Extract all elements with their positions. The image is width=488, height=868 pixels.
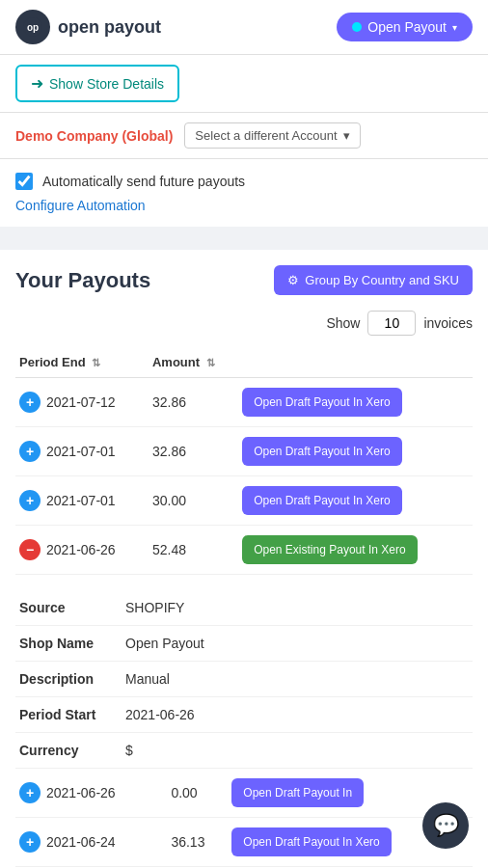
- sort-amount-icon: ⇅: [206, 357, 215, 368]
- detail-row: Description Manual: [15, 662, 473, 697]
- open-payout-button[interactable]: Open Payout ▾: [337, 13, 473, 41]
- detail-value: 2021-06-26: [125, 707, 195, 722]
- detail-label: Shop Name: [19, 636, 125, 651]
- invoices-label: invoices: [423, 315, 473, 331]
- select-account-label: Select a different Account: [195, 128, 337, 143]
- show-store-details-button[interactable]: ➜ Show Store Details: [15, 65, 179, 102]
- payouts-title: Your Payouts: [15, 268, 150, 293]
- payouts-section: Your Payouts ⚙ Group By Country and SKU …: [0, 250, 488, 590]
- chevron-down-icon: ▾: [452, 22, 457, 33]
- header: op open payout Open Payout ▾: [0, 0, 488, 55]
- gear-icon: ⚙: [287, 273, 299, 287]
- date-value: 2021-07-01: [46, 493, 116, 508]
- date-value: 2021-07-12: [46, 394, 116, 410]
- payout-table: Period End ⇅ Amount ⇅ + 2021-07-12 32.86…: [15, 347, 473, 575]
- extra-payout-table: + 2021-06-26 0.00 Open Draft Payout In +…: [15, 769, 473, 867]
- amount-cell: 32.86: [149, 378, 238, 427]
- row-status-icon: −: [19, 539, 41, 560]
- detail-value: Open Payout: [125, 636, 204, 651]
- date-cell: + 2021-06-26: [15, 769, 167, 818]
- detail-row: Period Start 2021-06-26: [15, 697, 473, 733]
- show-label: Show: [326, 315, 360, 331]
- detail-row: Currency $: [15, 733, 473, 769]
- amount-cell: 32.86: [149, 427, 238, 476]
- table-row: + 2021-07-01 30.00 Open Draft Payout In …: [15, 476, 473, 526]
- col-amount[interactable]: Amount ⇅: [149, 347, 238, 378]
- action-cell[interactable]: Open Draft Payout In Xero: [238, 427, 473, 476]
- company-name: Demo Company (Global): [15, 128, 173, 144]
- auto-send-label: Automatically send future payouts: [42, 174, 245, 189]
- show-invoices-row: Show invoices: [15, 311, 473, 336]
- date-value: 2021-06-24: [46, 834, 116, 850]
- open-payout-label: Open Payout: [367, 19, 447, 35]
- extra-rows-section: + 2021-06-26 0.00 Open Draft Payout In +…: [0, 769, 488, 868]
- date-value: 2021-06-26: [46, 542, 116, 557]
- open-payout-dot: [352, 22, 362, 32]
- action-cell[interactable]: Open Draft Payout In Xero: [238, 378, 473, 427]
- chat-icon: 💬: [433, 813, 459, 838]
- table-row: + 2021-06-26 0.00 Open Draft Payout In: [15, 769, 473, 818]
- detail-label: Currency: [19, 743, 125, 758]
- row-status-icon: +: [19, 441, 41, 462]
- date-value: 2021-07-01: [46, 444, 116, 459]
- date-cell: + 2021-07-01: [15, 476, 149, 526]
- detail-row: Shop Name Open Payout: [15, 626, 473, 662]
- payout-action-button[interactable]: Open Draft Payout In Xero: [242, 388, 401, 417]
- sort-period-end-icon: ⇅: [92, 357, 100, 368]
- detail-label: Source: [19, 600, 125, 615]
- table-row: + 2021-06-24 36.13 Open Draft Payout In …: [15, 818, 473, 867]
- payouts-header: Your Payouts ⚙ Group By Country and SKU: [15, 265, 473, 295]
- row-status-icon: +: [19, 392, 41, 413]
- amount-cell: 36.13: [167, 818, 228, 867]
- detail-value: $: [125, 743, 133, 758]
- detail-section: Source SHOPIFY Shop Name Open Payout Des…: [0, 590, 488, 769]
- table-row: + 2021-07-12 32.86 Open Draft Payout In …: [15, 378, 473, 427]
- action-cell[interactable]: Open Draft Payout In Xero: [238, 476, 473, 526]
- row-status-icon: +: [19, 831, 41, 853]
- automation-section: Automatically send future payouts Config…: [0, 159, 488, 234]
- payout-action-button[interactable]: Open Draft Payout In: [231, 778, 364, 807]
- detail-row: Source SHOPIFY: [15, 590, 473, 626]
- group-by-button[interactable]: ⚙ Group By Country and SKU: [274, 265, 473, 295]
- col-action: [238, 347, 473, 378]
- show-store-details-label: Show Store Details: [49, 76, 164, 92]
- show-count-input[interactable]: [367, 311, 416, 336]
- date-cell: + 2021-06-24: [15, 818, 167, 867]
- row-status-icon: +: [19, 782, 41, 803]
- payout-action-button[interactable]: Open Draft Payout In Xero: [231, 827, 391, 856]
- store-details-bar: ➜ Show Store Details: [0, 55, 488, 113]
- payout-action-button[interactable]: Open Draft Payout In Xero: [242, 437, 401, 466]
- configure-automation-link[interactable]: Configure Automation: [15, 198, 146, 213]
- detail-value: Manual: [125, 671, 170, 687]
- group-by-label: Group By Country and SKU: [305, 273, 459, 287]
- select-account-button[interactable]: Select a different Account ▾: [184, 122, 360, 149]
- amount-cell: 52.48: [149, 526, 238, 575]
- chevron-down-icon: ▾: [343, 128, 350, 143]
- table-row: − 2021-06-26 52.48 Open Existing Payout …: [15, 526, 473, 575]
- detail-label: Period Start: [19, 707, 125, 722]
- date-value: 2021-06-26: [46, 785, 116, 800]
- logo-area: op open payout: [15, 10, 161, 44]
- auto-send-row: Automatically send future payouts: [15, 173, 473, 190]
- payout-action-button[interactable]: Open Draft Payout In Xero: [242, 486, 401, 515]
- date-cell: − 2021-06-26: [15, 526, 149, 575]
- detail-label: Description: [19, 671, 125, 687]
- date-cell: + 2021-07-01: [15, 427, 149, 476]
- section-divider: [0, 234, 488, 242]
- date-cell: + 2021-07-12: [15, 378, 149, 427]
- logo-icon: op: [15, 10, 50, 44]
- auto-send-checkbox[interactable]: [15, 173, 33, 190]
- logo-text: open payout: [58, 17, 161, 38]
- account-bar: Demo Company (Global) Select a different…: [0, 113, 488, 159]
- table-row: + 2021-07-01 32.86 Open Draft Payout In …: [15, 427, 473, 476]
- row-status-icon: +: [19, 490, 41, 511]
- chat-button[interactable]: 💬: [422, 802, 469, 849]
- svg-text:op: op: [27, 22, 39, 33]
- arrow-right-icon: ➜: [31, 74, 43, 93]
- amount-cell: 30.00: [149, 476, 238, 526]
- payout-action-button[interactable]: Open Existing Payout In Xero: [242, 535, 417, 564]
- detail-value: SHOPIFY: [125, 600, 184, 615]
- action-cell[interactable]: Open Existing Payout In Xero: [238, 526, 473, 575]
- amount-cell: 0.00: [167, 769, 228, 818]
- col-period-end[interactable]: Period End ⇅: [15, 347, 149, 378]
